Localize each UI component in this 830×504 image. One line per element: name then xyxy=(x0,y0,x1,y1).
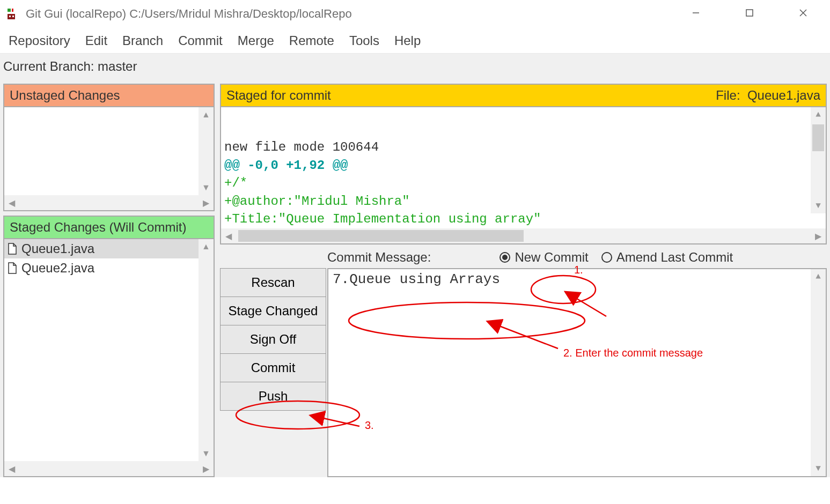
window-controls xyxy=(669,0,830,26)
scrollbar-vertical[interactable]: ▲ ▼ xyxy=(811,269,826,476)
staged-file-row[interactable]: Queue2.java xyxy=(4,258,199,278)
scroll-down-icon[interactable]: ▼ xyxy=(199,446,214,461)
unstaged-panel: Unstaged Changes ▲ ▼ ◀ ▶ xyxy=(3,84,215,211)
scroll-down-icon[interactable]: ▼ xyxy=(811,461,826,476)
diff-view[interactable]: new file mode 100644@@ -0,0 +1,92 @@+/*+… xyxy=(221,107,826,228)
window-title: Git Gui (localRepo) C:/Users/Mridul Mish… xyxy=(26,7,352,21)
menubar: Repository Edit Branch Commit Merge Remo… xyxy=(0,28,830,54)
scroll-thumb[interactable] xyxy=(238,230,524,242)
svg-rect-1 xyxy=(12,9,13,12)
unstaged-header: Unstaged Changes xyxy=(4,85,214,107)
commit-top-row: Commit Message: New Commit Amend Last Co… xyxy=(220,250,827,265)
diff-header-label: Staged for commit xyxy=(226,88,331,103)
scroll-up-icon[interactable]: ▲ xyxy=(199,239,214,254)
scrollbar-vertical[interactable]: ▲ ▼ xyxy=(811,107,826,213)
commit-zone: Commit Message: New Commit Amend Last Co… xyxy=(220,244,827,477)
diff-line: @@ -0,0 +1,92 @@ xyxy=(224,157,822,175)
scroll-left-icon[interactable]: ◀ xyxy=(221,228,236,243)
commit-message-label: Commit Message: xyxy=(327,250,431,265)
sign-off-button[interactable]: Sign Off xyxy=(220,325,326,354)
menu-repository[interactable]: Repository xyxy=(9,33,70,48)
scroll-right-icon[interactable]: ▶ xyxy=(811,228,826,243)
scrollbar-horizontal[interactable]: ◀ ▶ xyxy=(4,195,214,210)
menu-merge[interactable]: Merge xyxy=(238,33,274,48)
commit-buttons: RescanStage ChangedSign OffCommitPush xyxy=(220,268,326,477)
radio-label: Amend Last Commit xyxy=(616,250,733,265)
diff-header-file: File: Queue1.java xyxy=(716,88,820,103)
svg-rect-6 xyxy=(746,10,753,16)
radio-label: New Commit xyxy=(515,250,588,265)
diff-line: new file mode 100644 xyxy=(224,138,822,157)
staged-list[interactable]: Queue1.javaQueue2.java ▲ ▼ xyxy=(4,239,214,461)
app-icon xyxy=(5,8,18,20)
commit-message-input[interactable]: 7.Queue using Arrays ▲ ▼ xyxy=(327,268,827,477)
menu-help[interactable]: Help xyxy=(394,33,421,48)
scroll-up-icon[interactable]: ▲ xyxy=(811,269,826,284)
diff-line: +Title:"Queue Implementation using array… xyxy=(224,210,822,228)
radio-new-commit[interactable]: New Commit xyxy=(500,250,588,265)
svg-rect-4 xyxy=(12,16,14,17)
scroll-right-icon[interactable]: ▶ xyxy=(199,195,214,210)
file-name: Queue1.java xyxy=(21,241,94,256)
rescan-button[interactable]: Rescan xyxy=(220,268,326,297)
scroll-thumb[interactable] xyxy=(812,124,824,151)
titlebar: Git Gui (localRepo) C:/Users/Mridul Mish… xyxy=(0,0,830,28)
file-icon xyxy=(8,262,17,274)
radio-icon xyxy=(500,252,510,263)
left-column: Unstaged Changes ▲ ▼ ◀ ▶ Staged Changes … xyxy=(3,84,215,477)
staged-header: Staged Changes (Will Commit) xyxy=(4,217,214,239)
radio-icon xyxy=(601,252,612,263)
scroll-down-icon[interactable]: ▼ xyxy=(199,180,214,195)
diff-panel: Staged for commit File: Queue1.java new … xyxy=(220,84,827,244)
scroll-right-icon[interactable]: ▶ xyxy=(199,461,214,476)
push-button[interactable]: Push xyxy=(220,382,326,411)
menu-edit[interactable]: Edit xyxy=(85,33,107,48)
file-icon xyxy=(8,243,17,255)
scroll-left-icon[interactable]: ◀ xyxy=(4,195,19,210)
scrollbar-horizontal[interactable]: ◀ ▶ xyxy=(221,228,826,243)
branch-indicator: Current Branch: master xyxy=(0,54,830,80)
scrollbar-vertical[interactable]: ▲ ▼ xyxy=(199,107,214,195)
commit-message-text: 7.Queue using Arrays xyxy=(333,271,500,287)
staged-file-row[interactable]: Queue1.java xyxy=(4,239,199,258)
staged-panel: Staged Changes (Will Commit) Queue1.java… xyxy=(3,216,215,477)
scroll-left-icon[interactable]: ◀ xyxy=(4,461,19,476)
diff-line: +@author:"Mridul Mishra" xyxy=(224,192,822,211)
radio-amend-commit[interactable]: Amend Last Commit xyxy=(601,250,733,265)
scroll-up-icon[interactable]: ▲ xyxy=(811,107,826,122)
menu-branch[interactable]: Branch xyxy=(122,33,163,48)
file-name: Queue2.java xyxy=(21,261,94,276)
work-area: Unstaged Changes ▲ ▼ ◀ ▶ Staged Changes … xyxy=(0,80,830,477)
menu-remote[interactable]: Remote xyxy=(289,33,334,48)
commit-button[interactable]: Commit xyxy=(220,353,326,382)
svg-rect-0 xyxy=(8,9,11,12)
scrollbar-horizontal[interactable]: ◀ ▶ xyxy=(4,461,214,476)
minimize-button[interactable] xyxy=(669,0,723,26)
scrollbar-vertical[interactable]: ▲ ▼ xyxy=(199,239,214,461)
stage-changed-button[interactable]: Stage Changed xyxy=(220,297,326,325)
scroll-down-icon[interactable]: ▼ xyxy=(811,198,826,213)
menu-commit[interactable]: Commit xyxy=(178,33,223,48)
right-column: Staged for commit File: Queue1.java new … xyxy=(220,84,827,477)
diff-header: Staged for commit File: Queue1.java xyxy=(221,85,826,107)
maximize-button[interactable] xyxy=(723,0,776,26)
svg-rect-3 xyxy=(9,16,11,17)
menu-tools[interactable]: Tools xyxy=(349,33,379,48)
diff-line: +/* xyxy=(224,174,822,192)
close-button[interactable] xyxy=(776,0,830,26)
unstaged-list[interactable]: ▲ ▼ xyxy=(4,107,214,195)
scroll-up-icon[interactable]: ▲ xyxy=(199,107,214,122)
